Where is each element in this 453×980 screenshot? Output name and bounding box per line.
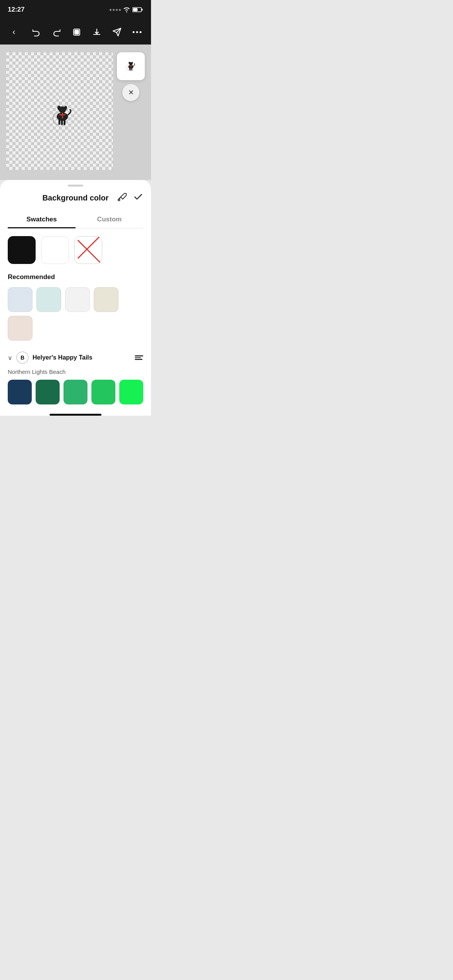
brand-name: Helyer's Happy Tails (33, 354, 93, 361)
tabs: Swatches Custom (8, 212, 143, 228)
collection-label: Northern Lights Beach (8, 368, 143, 375)
recommended-swatches (8, 287, 143, 341)
swatch-white[interactable] (41, 236, 69, 264)
undo-button[interactable] (29, 24, 44, 40)
share-button[interactable] (109, 24, 125, 40)
tab-swatches[interactable]: Swatches (8, 212, 76, 228)
wifi-icon (123, 7, 130, 12)
rec-swatch-2[interactable] (65, 287, 90, 312)
thumbnail-dog-icon (125, 59, 137, 74)
sheet-header-actions (118, 192, 143, 204)
canvas-checkerboard (6, 52, 113, 170)
basic-swatches (8, 236, 143, 264)
svg-text:1: 1 (76, 31, 77, 34)
svg-rect-26 (132, 68, 132, 71)
brand-header: ∨ B Helyer's Happy Tails (8, 351, 143, 364)
filter-line-3 (135, 359, 142, 360)
svg-point-10 (140, 31, 142, 33)
brand-logo: B (16, 351, 29, 364)
palette-swatch-3[interactable] (91, 380, 115, 404)
rec-swatch-0[interactable] (8, 287, 33, 312)
svg-rect-2 (133, 8, 138, 11)
svg-rect-19 (62, 113, 63, 118)
svg-point-31 (118, 199, 120, 200)
drag-handle[interactable] (68, 185, 83, 187)
sheet-title: Background color (42, 194, 108, 202)
swatch-black[interactable] (8, 236, 36, 264)
close-button[interactable]: ✕ (122, 84, 139, 101)
rec-swatch-3[interactable] (94, 287, 118, 312)
toolbar-actions: 1 (29, 24, 145, 40)
thumbnail-box[interactable] (117, 52, 145, 80)
rec-swatch-4[interactable] (8, 316, 33, 341)
layers-button[interactable]: 1 (69, 24, 84, 40)
canvas-wrapper[interactable] (6, 52, 113, 170)
canvas-area: ✕ (0, 45, 151, 180)
redo-button[interactable] (49, 24, 64, 40)
eyedropper-button[interactable] (118, 192, 128, 204)
bottom-sheet: Background color Swatches Custom (0, 180, 151, 416)
filter-line-1 (135, 355, 143, 356)
signal-icon (110, 9, 121, 11)
brand-left: ∨ B Helyer's Happy Tails (8, 351, 93, 364)
filter-button[interactable] (135, 355, 143, 360)
svg-point-9 (136, 31, 138, 33)
rec-swatch-1[interactable] (36, 287, 61, 312)
recommended-label: Recommended (8, 273, 143, 281)
status-time: 12:27 (8, 6, 24, 14)
toolbar: ‹ 1 (0, 19, 151, 45)
back-button[interactable]: ‹ (6, 27, 22, 37)
confirm-button[interactable] (133, 192, 143, 204)
svg-rect-17 (64, 119, 66, 125)
battery-icon (132, 7, 143, 12)
tab-custom[interactable]: Custom (76, 212, 143, 228)
svg-rect-28 (130, 65, 131, 68)
status-bar: 12:27 (0, 0, 151, 19)
sheet-header: Background color (8, 194, 143, 202)
svg-rect-1 (141, 9, 142, 11)
status-icons (110, 7, 143, 12)
palette-swatch-1[interactable] (36, 380, 60, 404)
swatch-transparent[interactable] (74, 236, 102, 264)
home-indicator (50, 414, 101, 416)
filter-line-2 (135, 357, 141, 358)
more-button[interactable] (129, 24, 145, 40)
color-palette (8, 380, 143, 404)
svg-point-8 (133, 31, 135, 33)
palette-swatch-4[interactable] (119, 380, 143, 404)
brand-chevron-icon[interactable]: ∨ (8, 354, 12, 362)
palette-swatch-2[interactable] (63, 380, 88, 404)
canvas-side-panel: ✕ (117, 52, 145, 101)
download-button[interactable] (89, 24, 105, 40)
dog-image (49, 100, 80, 135)
palette-swatch-0[interactable] (8, 380, 32, 404)
